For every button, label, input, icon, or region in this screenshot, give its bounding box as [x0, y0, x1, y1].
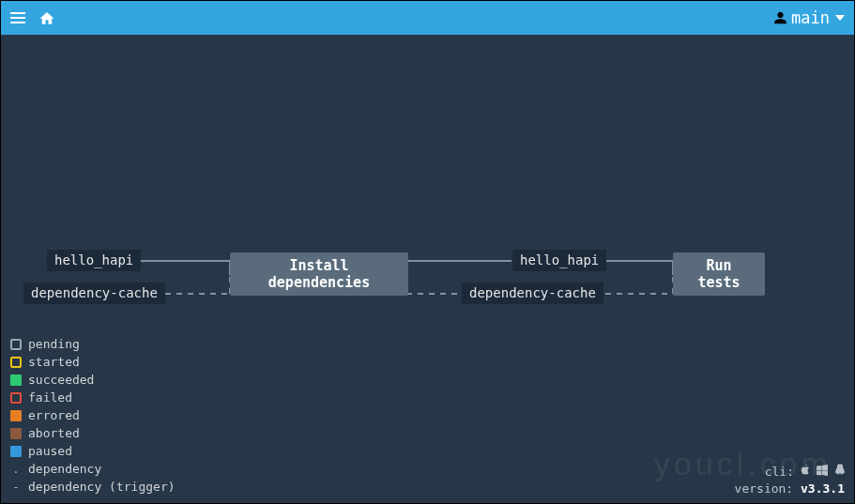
cli-label: cli:: [765, 464, 794, 481]
legend-swatch: [10, 446, 22, 457]
version-row: version: v3.3.1: [735, 481, 845, 497]
legend-swatch: [10, 392, 22, 404]
legend-label: errored: [28, 406, 80, 424]
legend-swatch: [10, 357, 22, 368]
resource-dependency-cache-mid[interactable]: dependency-cache: [462, 283, 603, 304]
resource-dependency-cache-in[interactable]: dependency-cache: [23, 283, 165, 304]
legend-item-dependency-(trigger): -dependency (trigger): [10, 478, 176, 496]
legend-item-aborted: aborted: [10, 424, 176, 442]
resource-hello-hapi-mid[interactable]: hello_hapi: [512, 250, 606, 271]
job-install-dependencies[interactable]: Install dependencies: [230, 252, 408, 296]
legend-label: dependency (trigger): [28, 478, 176, 496]
legend-item-started: started: [10, 353, 176, 371]
legend-item-dependency: .dependency: [10, 460, 176, 478]
legend: pendingstartedsucceededfailederroredabor…: [10, 335, 176, 496]
chevron-down-icon: [835, 15, 845, 21]
windows-icon[interactable]: [817, 464, 828, 481]
legend-label: aborted: [28, 424, 80, 442]
version-label: version:: [735, 481, 794, 496]
legend-glyph: .: [10, 460, 22, 478]
legend-swatch: [10, 410, 22, 421]
team-label: main: [791, 8, 830, 27]
apple-icon[interactable]: [800, 464, 811, 481]
legend-item-paused: paused: [10, 442, 176, 460]
legend-label: started: [28, 353, 80, 371]
topbar: main: [1, 1, 854, 35]
home-button[interactable]: [38, 10, 55, 25]
legend-label: pending: [28, 335, 80, 353]
pipeline-canvas[interactable]: hello_hapi dependency-cache Install depe…: [1, 35, 854, 503]
linux-icon[interactable]: [833, 464, 845, 481]
legend-swatch: [10, 339, 22, 350]
legend-swatch: [10, 374, 22, 386]
topbar-right: main: [773, 8, 845, 27]
menu-button[interactable]: [10, 12, 25, 23]
team-switcher[interactable]: main: [773, 8, 845, 27]
legend-label: paused: [28, 442, 72, 460]
legend-label: succeeded: [28, 371, 94, 389]
user-icon: [773, 10, 787, 25]
legend-label: dependency: [28, 460, 101, 478]
cli-download-row: cli:: [735, 464, 845, 481]
version-value: v3.3.1: [801, 481, 845, 496]
job-run-tests[interactable]: Run tests: [673, 252, 765, 296]
legend-item-pending: pending: [10, 335, 176, 353]
resource-hello-hapi-in[interactable]: hello_hapi: [47, 250, 141, 271]
legend-glyph: -: [10, 478, 22, 496]
legend-label: failed: [28, 389, 72, 406]
legend-item-failed: failed: [10, 389, 176, 406]
hamburger-icon: [10, 12, 25, 23]
home-icon: [38, 10, 55, 25]
topbar-left: [10, 10, 55, 25]
legend-swatch: [10, 428, 22, 439]
legend-item-errored: errored: [10, 406, 176, 424]
footer: cli: version: v3.3.1: [735, 464, 845, 497]
legend-item-succeeded: succeeded: [10, 371, 176, 389]
